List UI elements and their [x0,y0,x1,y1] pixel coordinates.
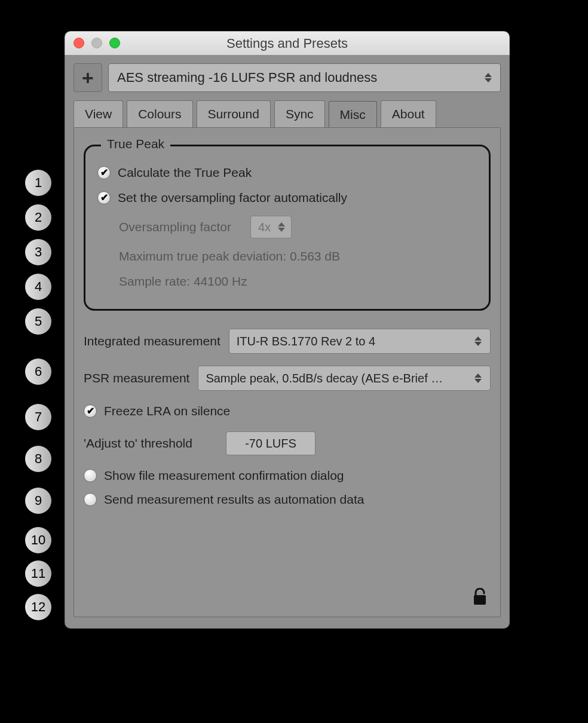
label-oversampling-factor: Oversampling factor [119,220,231,234]
tab-panel-misc: True Peak Calculate the True Peak Set th… [74,127,501,617]
checkbox-freeze-lra[interactable] [84,405,97,418]
lock-icon[interactable] [471,588,488,608]
checkbox-send-automation-data[interactable] [84,493,97,506]
tab-label: Sync [286,107,314,121]
window-title: Settings and Presets [65,36,509,51]
callout-4: 4 [25,274,51,300]
tab-label: About [392,107,425,121]
checkbox-auto-oversampling[interactable] [97,191,111,204]
callout-1: 1 [25,170,51,196]
titlebar[interactable]: Settings and Presets [65,31,510,55]
callout-8: 8 [25,446,51,472]
checkbox-show-confirmation-dialog[interactable] [84,469,97,482]
tab-label: Colours [138,107,181,121]
group-legend: True Peak [101,137,170,151]
label-send-automation-data: Send measurement results as automation d… [104,492,364,507]
tab-surround[interactable]: Surround [197,100,271,127]
label-show-confirmation-dialog: Show file measurement confirmation dialo… [104,468,344,483]
stepper-icon [275,219,287,235]
input-value: -70 LUFS [245,437,296,451]
select-oversampling-factor[interactable]: 4x [250,216,292,238]
tab-colours[interactable]: Colours [127,100,192,127]
minimize-button[interactable] [91,38,102,48]
group-true-peak: True Peak Calculate the True Peak Set th… [84,145,491,311]
callout-3: 3 [25,239,51,265]
select-value: ITU-R BS.1770 Rev 2 to 4 [237,335,375,348]
zoom-button[interactable] [109,38,120,48]
input-adjust-to-threshold[interactable]: -70 LUFS [226,431,316,455]
add-preset-button[interactable]: + [74,63,102,92]
callout-6: 6 [25,359,51,385]
checkbox-calc-true-peak[interactable] [97,166,111,179]
callout-7: 7 [25,404,51,430]
select-psr-measurement[interactable]: Sample peak, 0.5dB/s decay (AES e-Brief … [198,366,491,391]
callout-11: 11 [25,560,51,587]
svg-rect-0 [474,595,486,605]
callout-12: 12 [25,594,51,620]
stepper-icon [482,69,494,86]
tabbar: View Colours Surround Sync Misc About [74,100,501,127]
close-button[interactable] [74,38,84,48]
tab-about[interactable]: About [381,100,436,127]
tab-label: Misc [340,108,366,121]
label-adjust-to-threshold: 'Adjust to' threshold [84,436,192,451]
tab-label: Surround [208,107,259,121]
settings-window: Settings and Presets + AES streaming -16… [65,31,510,629]
label-freeze-lra: Freeze LRA on silence [104,404,230,418]
plus-icon: + [82,66,94,90]
label-integrated-measurement: Integrated measurement [84,334,220,348]
callout-5: 5 [25,308,51,335]
select-value: 4x [258,220,271,234]
select-integrated-measurement[interactable]: ITU-R BS.1770 Rev 2 to 4 [229,329,491,354]
label-sample-rate: Sample rate: 44100 Hz [119,274,247,289]
label-auto-oversampling: Set the oversampling factor automaticall… [118,191,347,205]
tab-sync[interactable]: Sync [274,100,325,127]
callout-2: 2 [25,204,51,231]
stepper-icon [472,370,484,387]
callout-9: 9 [25,488,51,514]
label-calc-true-peak: Calculate the True Peak [118,166,252,180]
label-psr-measurement: PSR measurement [84,371,189,385]
preset-select[interactable]: AES streaming -16 LUFS PSR and loudness [108,63,501,92]
select-value: Sample peak, 0.5dB/s decay (AES e-Brief … [206,372,443,385]
stepper-icon [472,333,484,350]
tab-view[interactable]: View [74,100,123,127]
tab-label: View [85,107,112,121]
preset-select-value: AES streaming -16 LUFS PSR and loudness [117,70,377,85]
label-max-true-peak-deviation: Maximum true peak deviation: 0.563 dB [119,249,340,264]
tab-misc[interactable]: Misc [329,101,377,128]
callout-10: 10 [25,527,51,553]
callout-list: 1 2 3 4 5 6 7 8 9 10 11 12 [25,167,51,629]
